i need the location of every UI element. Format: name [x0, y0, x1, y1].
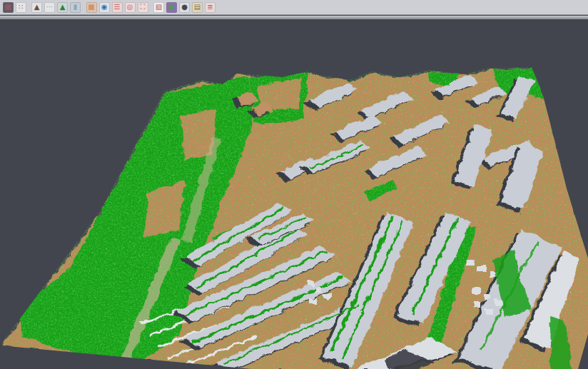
measure-bars-icon: ≣	[207, 4, 213, 11]
terrain-model-icon: ▲	[34, 4, 40, 11]
toolbar-button-layer-list[interactable]: ☰	[112, 2, 123, 13]
small-roof	[482, 293, 490, 298]
toolbar-button-select-target[interactable]: ◎	[125, 2, 136, 13]
toolbar-button-classify-points[interactable]: ∷	[16, 2, 26, 13]
coordinates-table-icon: ▤	[194, 4, 201, 11]
layer-list-icon: ☰	[114, 4, 121, 11]
toolbar-bottom-strip	[0, 16, 588, 19]
sparse-points-icon: ⋯	[46, 4, 54, 11]
toolbar-button-ortho-square[interactable]: ■	[86, 2, 97, 13]
toolbar-button-classification-colors[interactable]: ▦	[166, 2, 177, 13]
toolbar-button-coordinates-table[interactable]: ▤	[192, 2, 203, 13]
toolbar: ▩∷▲⋯▲▮■◉☰◎⛶▧▦●▤≣	[0, 0, 588, 15]
small-roof	[477, 264, 485, 270]
toolbar-button-terrain-model[interactable]: ▲	[31, 2, 42, 13]
profile-view-icon: ▮	[74, 4, 78, 11]
toolbar-button-render-sphere[interactable]: ●	[179, 2, 190, 13]
toolbar-button-measure-bars[interactable]: ≣	[205, 2, 216, 13]
small-roof	[308, 298, 315, 303]
terrain-textured-icon: ▲	[60, 4, 66, 11]
ortho-square-icon: ■	[88, 4, 94, 11]
toolbar-button-terrain-textured[interactable]: ▲	[57, 2, 68, 13]
small-roof	[465, 258, 473, 264]
select-target-icon: ◎	[127, 4, 133, 11]
toolbar-button-profile-view[interactable]: ▮	[70, 2, 81, 13]
application-window: { "window": { "viewport_background": "#4…	[0, 0, 588, 369]
small-roof	[472, 301, 480, 307]
3d-viewport[interactable]	[0, 0, 588, 369]
small-roof	[471, 287, 479, 293]
toolbar-button-zoom-extents[interactable]: ⛶	[138, 2, 148, 13]
toolbar-button-globe-3d[interactable]: ◉	[99, 2, 110, 13]
point-cloud-icon: ▩	[4, 4, 11, 11]
clip-region-icon: ▧	[156, 4, 162, 11]
toolbar-button-sparse-points[interactable]: ⋯	[44, 2, 55, 13]
globe-3d-icon: ◉	[101, 4, 108, 11]
classification-colors-icon: ▦	[168, 4, 175, 11]
classify-points-icon: ∷	[19, 4, 23, 11]
small-roof	[323, 293, 330, 298]
zoom-extents-icon: ⛶	[141, 4, 146, 11]
small-roof	[314, 286, 321, 291]
toolbar-button-clip-region[interactable]: ▧	[153, 2, 164, 13]
small-roof	[305, 280, 313, 285]
small-roof	[484, 307, 492, 313]
render-sphere-icon: ●	[181, 4, 188, 11]
toolbar-button-point-cloud[interactable]: ▩	[3, 2, 14, 13]
